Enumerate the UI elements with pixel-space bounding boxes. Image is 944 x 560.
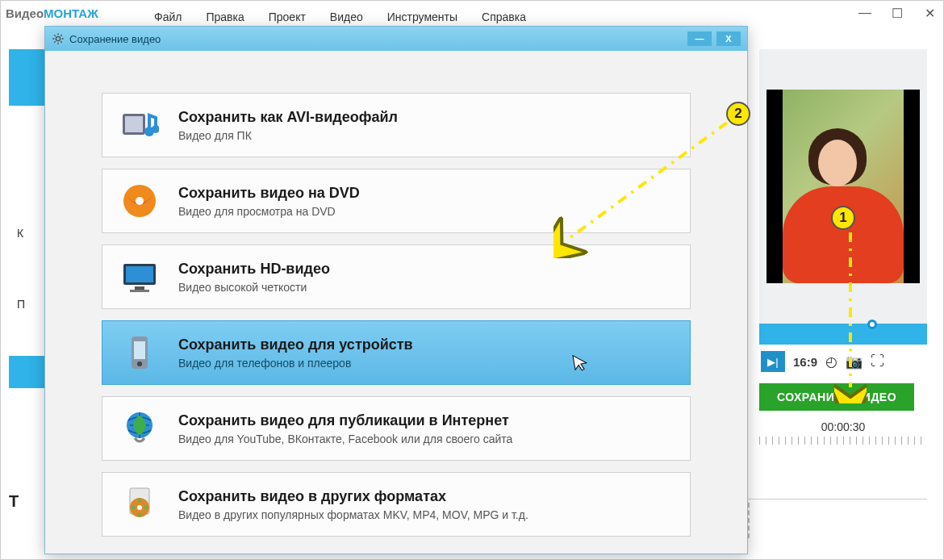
globe-icon: [120, 409, 159, 448]
save-options-list: Сохранить как AVI-видеофайл Видео для ПК…: [45, 51, 747, 537]
dialog-window-controls: — X: [683, 31, 741, 46]
preview-ticks: [759, 437, 927, 445]
preview-viewport: [759, 49, 927, 324]
left-letter-p: П: [17, 298, 25, 311]
svg-rect-9: [135, 286, 144, 290]
timeline-track-label: Т: [9, 492, 19, 511]
option-title: Сохранить видео в других форматах: [178, 488, 528, 505]
option-dvd[interactable]: Сохранить видео на DVD Видео для просмот…: [102, 169, 691, 233]
option-subtitle: Видео для телефонов и плееров: [178, 357, 413, 370]
option-subtitle: Видео для просмотра на DVD: [178, 205, 360, 218]
next-frame-button[interactable]: ▶|: [761, 351, 785, 372]
dialog-minimize-button[interactable]: —: [687, 31, 712, 46]
window-controls: — ☐ ✕: [856, 6, 938, 21]
option-internet[interactable]: Сохранить видео для публикации в Интерне…: [102, 396, 691, 461]
option-hd[interactable]: Сохранить HD-видео Видео высокой четкост…: [102, 244, 691, 309]
option-subtitle: Видео для YouTube, ВКонтакте, Facebook и…: [178, 433, 512, 445]
annotation-badge-1: 1: [831, 206, 855, 230]
option-devices[interactable]: Сохранить видео для устройств Видео для …: [102, 320, 691, 385]
svg-rect-12: [134, 341, 145, 359]
dialog-close-button[interactable]: X: [716, 31, 741, 46]
preview-seekbar[interactable]: [759, 324, 927, 345]
option-title: Сохранить видео для устройств: [178, 336, 413, 353]
svg-point-19: [144, 506, 148, 510]
fullscreen-icon[interactable]: ⛶: [871, 353, 884, 370]
preview-panel: ▶| 16:9 ◴ 📷 ⛶ СОХРАНИТЬ ВИДЕО 00:00:30: [759, 49, 927, 445]
preview-controls: ▶| 16:9 ◴ 📷 ⛶: [759, 345, 927, 378]
dialog-titlebar[interactable]: Сохранение видео — X: [45, 27, 747, 51]
dvd-disc-icon: [120, 182, 159, 220]
svg-point-21: [138, 513, 142, 517]
svg-point-0: [56, 36, 60, 40]
svg-point-6: [136, 197, 144, 205]
gear-icon: [52, 32, 65, 45]
save-video-button[interactable]: СОХРАНИТЬ ВИДЕО: [759, 383, 914, 411]
left-letter-k: К: [17, 227, 23, 240]
option-avi[interactable]: Сохранить как AVI-видеофайл Видео для ПК: [102, 93, 691, 157]
option-title: Сохранить видео на DVD: [178, 185, 360, 202]
svg-point-18: [138, 499, 142, 503]
left-panel-fragment: [9, 49, 45, 527]
dialog-title: Сохранение видео: [69, 33, 161, 45]
svg-rect-2: [125, 116, 143, 132]
option-title: Сохранить HD-видео: [178, 261, 330, 278]
svg-point-17: [137, 505, 142, 510]
seekbar-knob[interactable]: [867, 320, 877, 329]
film-music-icon: [120, 106, 159, 144]
option-title: Сохранить как AVI-видеофайл: [178, 109, 398, 126]
svg-point-20: [132, 506, 136, 510]
maximize-button[interactable]: ☐: [888, 6, 906, 21]
snapshot-icon[interactable]: 📷: [846, 353, 863, 370]
svg-rect-8: [126, 266, 153, 282]
option-subtitle: Видео в других популярных форматах MKV, …: [178, 508, 528, 521]
clock-icon[interactable]: ◴: [825, 353, 837, 370]
svg-rect-10: [130, 290, 149, 292]
preview-timestamp: 00:00:30: [759, 420, 927, 433]
option-subtitle: Видео для ПК: [178, 129, 398, 142]
annotation-badge-2: 2: [726, 102, 750, 126]
option-title: Сохранить видео для публикации в Интерне…: [178, 412, 512, 429]
option-subtitle: Видео высокой четкости: [178, 281, 330, 294]
monitor-icon: [120, 257, 159, 296]
aspect-ratio-label[interactable]: 16:9: [793, 355, 817, 369]
video-frame: [766, 90, 920, 283]
reel-file-icon: [120, 485, 159, 524]
svg-point-13: [137, 361, 142, 366]
close-button[interactable]: ✕: [921, 6, 938, 21]
option-other-formats[interactable]: Сохранить видео в других форматах Видео …: [102, 472, 691, 537]
save-dialog: Сохранение видео — X Сохранить как AVI-в…: [44, 26, 748, 554]
phone-icon: [120, 333, 159, 372]
minimize-button[interactable]: —: [856, 6, 874, 21]
